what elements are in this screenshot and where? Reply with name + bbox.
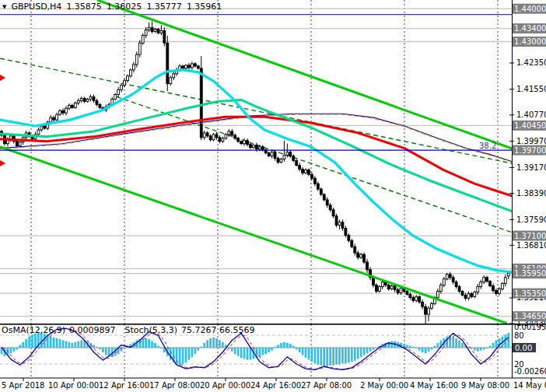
osma-bar xyxy=(376,348,378,348)
osma-name-label: OsMA(12,26,9) xyxy=(2,325,65,335)
candle-body xyxy=(135,54,138,65)
osma-bar xyxy=(412,347,415,348)
candle-body xyxy=(188,65,191,68)
candle-body xyxy=(96,100,98,104)
candle-body xyxy=(237,138,240,142)
candle-body xyxy=(124,81,126,86)
osma-bar xyxy=(185,348,187,362)
candle-body xyxy=(311,174,313,178)
candle-body xyxy=(446,275,448,279)
candle-body xyxy=(86,99,89,101)
candle-body xyxy=(185,65,187,68)
candle-body xyxy=(37,130,40,135)
osma-bar xyxy=(96,347,98,348)
price-level-badge-label: 1.37100 xyxy=(514,232,546,240)
osma-bar xyxy=(22,342,24,348)
indicator-80-label: 80 xyxy=(514,331,524,340)
candle-body xyxy=(255,145,257,149)
osma-bar xyxy=(99,348,101,349)
osma-bar xyxy=(80,340,82,348)
candle-body xyxy=(363,254,366,262)
osma-bar xyxy=(258,348,261,357)
osma-bar xyxy=(302,348,304,355)
osma-bar xyxy=(373,348,375,349)
candle-body xyxy=(412,297,415,300)
candle-body xyxy=(452,278,454,282)
osma-bar xyxy=(72,343,74,348)
osma-bar xyxy=(19,345,21,348)
osma-bar xyxy=(474,348,476,351)
time-axis-label: 17 Apr 08:00 xyxy=(149,381,200,390)
time-axis-label: 2 May 00:00 xyxy=(360,381,408,390)
symbol-dropdown-icon[interactable]: ▼ xyxy=(2,4,6,10)
osma-bar xyxy=(283,342,285,348)
osma-bar xyxy=(477,348,479,352)
osma-bar xyxy=(354,348,356,361)
osma-bar xyxy=(323,348,325,366)
osma-bar xyxy=(135,340,138,348)
candle-body xyxy=(351,240,353,247)
osma-bar xyxy=(390,341,393,348)
candle-body xyxy=(243,141,246,144)
ohlc-low-value: 1.35777 xyxy=(146,2,182,12)
candle-body xyxy=(492,286,495,291)
candle-body xyxy=(436,291,439,297)
osma-bar xyxy=(428,348,430,352)
candle-body xyxy=(280,159,282,163)
osma-bar xyxy=(461,343,464,348)
osma-bar xyxy=(247,348,249,360)
price-tick-label: 1.40770 xyxy=(516,110,546,119)
candle-body xyxy=(458,287,460,292)
osma-bar xyxy=(422,348,424,352)
osma-bar xyxy=(274,347,276,348)
osma-bar xyxy=(286,343,289,348)
candle-body xyxy=(507,273,509,276)
osma-bar xyxy=(188,348,191,360)
candle-body xyxy=(240,142,243,144)
osma-bar xyxy=(409,346,411,348)
ohlc-open-value: 1.35875 xyxy=(66,2,102,12)
osma-bar xyxy=(480,348,482,351)
candle-body xyxy=(68,105,70,108)
candle-body xyxy=(357,253,359,257)
candle-body xyxy=(320,189,322,194)
osma-bar xyxy=(59,339,61,348)
candle-body xyxy=(381,282,383,287)
price-level-badge-label: 1.34650 xyxy=(514,312,546,320)
osma-bar xyxy=(289,344,292,348)
candle-body xyxy=(151,28,153,32)
osma-bar xyxy=(44,334,46,348)
candle-body xyxy=(360,254,362,257)
osma-bar xyxy=(363,348,366,355)
candle-body xyxy=(329,205,331,210)
osma-bar xyxy=(434,346,436,348)
candle-body xyxy=(65,108,68,113)
osma-bar xyxy=(452,337,454,348)
osma-bar xyxy=(348,348,350,362)
candle-body xyxy=(341,222,344,229)
candle-body xyxy=(302,169,304,173)
osma-bar xyxy=(145,338,147,348)
osma-bar xyxy=(299,348,301,352)
osma-bar xyxy=(62,340,65,348)
candle-body xyxy=(467,293,470,298)
candle-body xyxy=(348,235,350,240)
osma-bar xyxy=(345,348,347,363)
price-tick-label: 1.41550 xyxy=(516,85,546,93)
candle-body xyxy=(274,152,276,159)
osma-bar xyxy=(197,348,199,351)
time-axis-label: 10 Apr 00:00 xyxy=(48,381,99,390)
price-tick-label: 1.38390 xyxy=(516,189,546,198)
osma-bar xyxy=(264,348,267,354)
price-tick-label: 1.39170 xyxy=(516,163,546,172)
osma-bar xyxy=(124,348,126,348)
osma-bar xyxy=(455,338,457,348)
candle-body xyxy=(62,110,65,113)
osma-bar xyxy=(194,348,197,354)
candle-body xyxy=(89,96,92,99)
osma-bar xyxy=(179,348,181,366)
osma-bar xyxy=(200,347,202,348)
candle-body xyxy=(129,70,131,76)
candle-body xyxy=(387,285,390,289)
candle-body xyxy=(71,105,73,107)
